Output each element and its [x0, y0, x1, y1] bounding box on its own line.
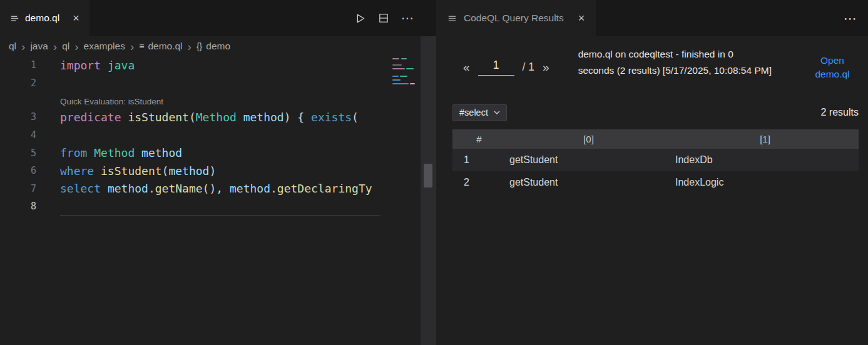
results-tab-bar: CodeQL Query Results × ⋯	[436, 0, 868, 36]
results-col-header-2[interactable]: [1]	[671, 129, 859, 149]
line-number: 1	[0, 59, 36, 71]
ql-file-icon: ≡	[139, 41, 144, 51]
results-table: #[0][1]1getStudentIndexDb2getStudentInde…	[452, 129, 859, 194]
code-token: .	[148, 182, 155, 195]
codelens-row: Quick Evaluation: isStudent	[0, 92, 421, 108]
code-token: isStudent	[128, 111, 189, 124]
select-dropdown[interactable]: #select	[452, 104, 507, 121]
code-token: exists	[311, 111, 352, 124]
breadcrumb-item-demo-ql[interactable]: ≡demo.ql	[139, 41, 182, 52]
vscode-window: demo.ql × ⋯ ql›java›ql›examples›≡demo.ql…	[0, 0, 868, 345]
breadcrumb-separator-icon: ›	[188, 41, 191, 52]
select-dropdown-label: #select	[459, 108, 488, 118]
query-results-icon	[447, 14, 457, 23]
code-line-content[interactable]: predicate isStudent(Method method) { exi…	[36, 111, 359, 124]
split-editor-icon[interactable]	[378, 12, 389, 24]
breadcrumb: ql›java›ql›examples›≡demo.ql›{}demo	[0, 36, 421, 56]
code-line-7: 7select method.getName(), method.getDecl…	[0, 180, 421, 198]
code-token: (	[189, 111, 196, 124]
code-token	[101, 182, 108, 195]
code-line-3: 3predicate isStudent(Method method) { ex…	[0, 108, 421, 126]
code-line-5: 5from Method method	[0, 144, 421, 162]
symbol-braces-icon: {}	[197, 41, 202, 51]
result-cell[interactable]: getStudent	[506, 171, 671, 194]
line-number: 6	[0, 165, 36, 176]
page-total-label: / 1	[523, 61, 534, 74]
select-row: #select 2 results	[452, 104, 859, 121]
editor-actions: ⋯	[354, 0, 421, 36]
line-number: 5	[0, 148, 36, 159]
page-number-input[interactable]: 1	[478, 59, 514, 76]
results-col-header-0[interactable]: #	[452, 129, 506, 149]
more-actions-icon[interactable]: ⋯	[401, 12, 414, 24]
breadcrumb-separator-icon: ›	[74, 41, 78, 52]
breadcrumb-label: ql	[9, 41, 16, 52]
open-file-link[interactable]: Open demo.ql	[806, 54, 859, 82]
breadcrumb-item-java[interactable]: java	[30, 41, 48, 52]
result-cell[interactable]: IndexLogic	[671, 171, 859, 194]
code-line-content[interactable]: from Method method	[36, 146, 182, 159]
breadcrumb-item-demo[interactable]: {}demo	[197, 41, 230, 52]
close-tab-icon[interactable]: ×	[73, 12, 79, 24]
code-token: method	[141, 146, 182, 159]
codelens-quick-evaluation[interactable]: Quick Evaluation: isStudent	[60, 97, 163, 106]
results-count-label: 2 results	[821, 107, 859, 118]
line-number: 8	[0, 201, 36, 212]
scrollbar-thumb[interactable]	[424, 164, 432, 188]
code-token: getDeclaringTy	[277, 182, 372, 195]
code-token	[237, 111, 243, 124]
code-line-content[interactable]: where isStudent(method)	[36, 164, 216, 178]
close-panel-icon[interactable]: ×	[578, 12, 585, 24]
prev-page-icon[interactable]: «	[463, 61, 470, 74]
breadcrumb-label: demo	[206, 41, 230, 52]
code-token: isStudent	[101, 164, 162, 178]
result-cell[interactable]: getStudent	[506, 149, 671, 171]
panel-more-actions-icon[interactable]: ⋯	[844, 12, 868, 25]
result-cell[interactable]: IndexDb	[671, 149, 859, 171]
breadcrumb-label: demo.ql	[148, 41, 182, 52]
code-line-content[interactable]: select method.getName(), method.getDecla…	[36, 182, 372, 195]
run-query-icon[interactable]	[354, 12, 366, 24]
code-area: 1import java2Quick Evaluation: isStudent…	[0, 56, 421, 216]
breadcrumb-label: ql	[62, 41, 69, 52]
code-token: select	[60, 182, 101, 195]
breadcrumb-separator-icon: ›	[21, 41, 25, 52]
code-line-2: 2	[0, 74, 421, 92]
tab-demo-ql[interactable]: demo.ql ×	[0, 0, 89, 36]
next-page-icon[interactable]: »	[543, 61, 549, 74]
code-token: ) {	[284, 111, 311, 124]
code-token: )	[209, 164, 216, 178]
tab-codeql-query-results[interactable]: CodeQL Query Results ×	[436, 0, 596, 36]
code-token: from	[60, 146, 87, 159]
results-header: « 1 / 1 » demo.ql on codeqltest - finish…	[452, 46, 859, 82]
code-token: where	[60, 164, 94, 178]
line-number: 2	[0, 78, 36, 89]
code-token: (	[162, 164, 169, 178]
breadcrumb-separator-icon: ›	[130, 41, 134, 52]
editor-scrollbar[interactable]	[421, 36, 436, 345]
line-number: 7	[0, 183, 36, 194]
code-line-6: 6where isStudent(method)	[0, 162, 421, 180]
tab-label: CodeQL Query Results	[464, 12, 564, 24]
result-row-2: 2getStudentIndexLogic	[452, 171, 859, 194]
breadcrumb-item-examples[interactable]: examples	[84, 41, 125, 52]
breadcrumb-item-ql[interactable]: ql	[9, 41, 16, 52]
minimap[interactable]	[391, 56, 421, 345]
chevron-down-icon	[494, 111, 500, 115]
code-line-4: 4	[0, 126, 421, 144]
code-token: method	[230, 182, 270, 195]
tab-label: demo.ql	[25, 12, 59, 24]
code-line-content[interactable]: import java	[36, 59, 135, 72]
results-col-header-1[interactable]: [0]	[506, 129, 671, 149]
editor-group: demo.ql × ⋯ ql›java›ql›examples›≡demo.ql…	[0, 0, 421, 345]
breadcrumb-item-ql[interactable]: ql	[62, 41, 69, 52]
breadcrumb-separator-icon: ›	[53, 41, 57, 52]
query-status-text: demo.ql on codeqltest - finished in 0 se…	[578, 46, 772, 79]
code-token	[121, 111, 128, 124]
code-token	[87, 146, 94, 159]
code-line-1: 1import java	[0, 56, 421, 74]
code-token: Method	[196, 111, 237, 124]
codelens-container: Quick Evaluation: isStudent	[36, 94, 163, 107]
code-token	[101, 59, 108, 72]
line-number: 3	[0, 111, 36, 122]
